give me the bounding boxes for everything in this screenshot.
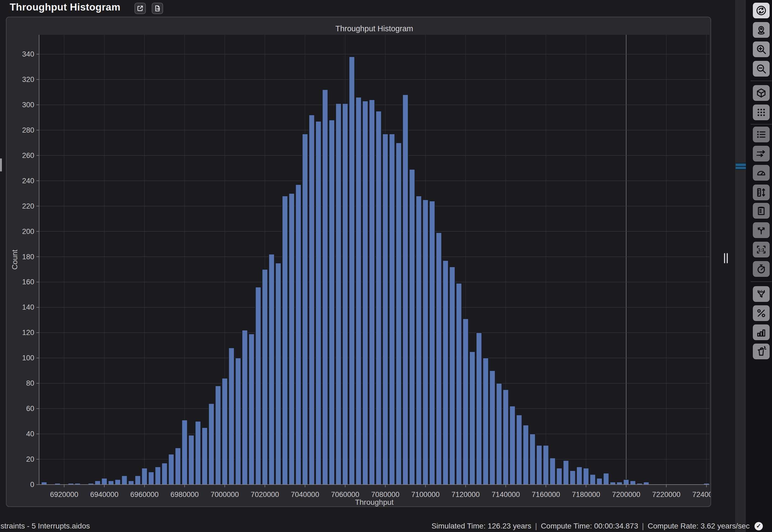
- histogram-bar[interactable]: [336, 103, 341, 485]
- histogram-bar[interactable]: [530, 434, 535, 485]
- histogram-bar[interactable]: [543, 445, 549, 485]
- histogram-bar[interactable]: [603, 473, 609, 485]
- sidebar-button-percent[interactable]: [753, 305, 770, 321]
- sidebar-button-gauge[interactable]: [753, 165, 770, 181]
- sidebar-button-ruler-scale[interactable]: [753, 185, 770, 200]
- histogram-bar[interactable]: [382, 134, 388, 485]
- histogram-bar[interactable]: [516, 415, 522, 485]
- histogram-bar[interactable]: [623, 479, 629, 485]
- histogram-bar[interactable]: [122, 476, 127, 485]
- histogram-bar[interactable]: [41, 482, 47, 485]
- histogram-bar[interactable]: [202, 428, 207, 485]
- scroll-marker[interactable]: [736, 163, 746, 170]
- histogram-bar[interactable]: [577, 467, 582, 485]
- histogram-bar[interactable]: [188, 435, 194, 485]
- sidebar-button-cube[interactable]: [753, 85, 770, 101]
- histogram-bar[interactable]: [235, 358, 241, 485]
- histogram-bar[interactable]: [329, 120, 335, 485]
- histogram-bar[interactable]: [115, 479, 120, 485]
- histogram-bar[interactable]: [409, 169, 415, 485]
- histogram-bar[interactable]: [570, 471, 575, 485]
- histogram-bar[interactable]: [95, 481, 100, 485]
- scroll-strip[interactable]: [735, 0, 746, 532]
- histogram-bar[interactable]: [249, 334, 254, 485]
- histogram-bar[interactable]: [142, 468, 147, 485]
- histogram-bar[interactable]: [296, 185, 301, 485]
- histogram-bar[interactable]: [108, 481, 114, 485]
- sidebar-button-one-to-one[interactable]: 1:1: [753, 242, 770, 257]
- sidebar-button-sync[interactable]: [753, 3, 770, 18]
- histogram-bar[interactable]: [322, 90, 328, 485]
- histogram-bar[interactable]: [416, 196, 421, 485]
- export-button[interactable]: [152, 3, 163, 14]
- histogram-bar[interactable]: [403, 95, 408, 485]
- histogram-bar[interactable]: [215, 386, 221, 485]
- histogram-bar[interactable]: [456, 283, 461, 485]
- histogram-bar[interactable]: [349, 57, 354, 485]
- histogram-bar[interactable]: [363, 101, 368, 485]
- histogram-bar[interactable]: [470, 352, 475, 485]
- histogram-bar[interactable]: [182, 420, 187, 485]
- histogram-bar[interactable]: [610, 482, 615, 485]
- sidebar-button-bar-chart[interactable]: [753, 324, 770, 340]
- histogram-bar[interactable]: [269, 254, 274, 485]
- histogram-bar[interactable]: [483, 358, 488, 485]
- histogram-bar[interactable]: [256, 287, 261, 485]
- sidebar-button-branch-arrows[interactable]: [753, 222, 770, 238]
- histogram-bar[interactable]: [376, 111, 381, 485]
- throughput-histogram-chart[interactable]: 6920000694000069600006980000700000070200…: [6, 17, 711, 506]
- sidebar-button-dots-grid[interactable]: [753, 105, 770, 120]
- histogram-bar[interactable]: [102, 478, 107, 485]
- histogram-bar[interactable]: [429, 201, 435, 485]
- histogram-bar[interactable]: [242, 330, 247, 485]
- histogram-bar[interactable]: [463, 319, 468, 485]
- histogram-bar[interactable]: [557, 468, 562, 485]
- open-external-button[interactable]: [135, 3, 146, 14]
- histogram-bar[interactable]: [195, 421, 201, 485]
- histogram-bar[interactable]: [356, 97, 361, 485]
- histogram-bar[interactable]: [282, 196, 288, 485]
- histogram-bar[interactable]: [423, 200, 428, 485]
- sidebar-button-bullet-list[interactable]: [753, 127, 770, 142]
- histogram-bar[interactable]: [389, 134, 395, 485]
- histogram-bar[interactable]: [302, 134, 308, 485]
- sidebar-button-zoom-out[interactable]: [753, 61, 770, 77]
- histogram-bar[interactable]: [222, 378, 228, 485]
- histogram-bar[interactable]: [262, 270, 267, 485]
- panel-resize-handle-icon[interactable]: [724, 253, 728, 263]
- histogram-bar[interactable]: [289, 194, 294, 485]
- histogram-bar[interactable]: [590, 474, 595, 485]
- histogram-bar[interactable]: [503, 390, 508, 485]
- sidebar-button-zoom-in[interactable]: [753, 42, 770, 57]
- histogram-bar[interactable]: [523, 425, 528, 485]
- histogram-bar[interactable]: [149, 472, 154, 485]
- histogram-bar[interactable]: [643, 482, 649, 485]
- histogram-bar[interactable]: [617, 482, 622, 485]
- sidebar-button-flow-arrows[interactable]: [753, 146, 770, 161]
- histogram-bar[interactable]: [476, 333, 482, 485]
- sidebar-button-stopwatch[interactable]: [753, 261, 770, 277]
- histogram-bar[interactable]: [550, 458, 555, 485]
- histogram-bar[interactable]: [168, 454, 174, 485]
- histogram-bar[interactable]: [128, 481, 134, 485]
- histogram-bar[interactable]: [396, 143, 401, 485]
- histogram-bar[interactable]: [316, 121, 321, 485]
- histogram-bar[interactable]: [496, 383, 502, 485]
- histogram-bar[interactable]: [436, 233, 442, 485]
- histogram-bar[interactable]: [135, 476, 140, 485]
- histogram-bar[interactable]: [597, 478, 602, 485]
- sidebar-button-trash[interactable]: [753, 344, 770, 359]
- histogram-bar[interactable]: [583, 468, 589, 485]
- left-panel-tab[interactable]: [0, 158, 2, 171]
- histogram-bar[interactable]: [630, 481, 636, 485]
- histogram-bar[interactable]: [443, 261, 448, 485]
- histogram-bar[interactable]: [490, 371, 495, 485]
- histogram-bar[interactable]: [563, 461, 568, 485]
- histogram-bar[interactable]: [175, 448, 181, 485]
- sidebar-button-clipboard[interactable]: [753, 203, 770, 219]
- sidebar-button-location-pin[interactable]: [753, 22, 770, 38]
- histogram-bar[interactable]: [510, 406, 515, 485]
- histogram-bar[interactable]: [369, 100, 375, 485]
- histogram-bar[interactable]: [162, 463, 167, 485]
- histogram-bar[interactable]: [309, 115, 314, 485]
